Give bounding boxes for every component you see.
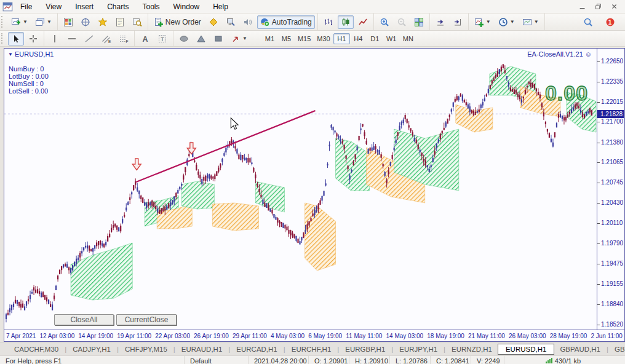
tab-eurjpy-h1[interactable]: EURJPY,H1 — [394, 344, 443, 354]
zoom-in-button[interactable] — [376, 15, 392, 29]
tab-cadchf-m30[interactable]: CADCHF,M30 — [9, 344, 64, 354]
timeframe-h1[interactable]: H1 — [333, 33, 350, 44]
timeframe-m5[interactable]: M5 — [278, 33, 295, 44]
templates-button[interactable]: ▼ — [519, 15, 542, 29]
chart-plot[interactable]: 0.00 ▼EURUSD,H1 EA-CloseAll.V1.21☺ NumBu… — [4, 49, 597, 330]
data-window-button[interactable] — [78, 15, 94, 29]
timeframe-mn[interactable]: MN — [400, 33, 416, 44]
new-chart-button[interactable]: ▼ — [8, 15, 31, 29]
tab-euraud-h1[interactable]: EURAUD,H1 — [176, 344, 228, 354]
chart-tab-bar: CADCHF,M30|CADJPY,H1|CHFJPY,M15|EURAUD,H… — [0, 342, 625, 355]
vps-button[interactable] — [223, 15, 239, 29]
menu-tools[interactable]: Tools — [136, 0, 167, 14]
dropdown-caret-icon[interactable]: ▼ — [47, 20, 52, 25]
price-tick: 1.21065 — [601, 159, 623, 165]
tab-eurchf-h1[interactable]: EURCHF,H1 — [286, 344, 337, 354]
auto-scroll-button[interactable] — [432, 15, 448, 29]
periods-button[interactable]: ▼ — [495, 15, 518, 29]
autotrading-button[interactable]: AutoTrading — [257, 15, 315, 29]
timeframe-d1[interactable]: D1 — [367, 33, 383, 44]
line-chart-button[interactable] — [355, 15, 371, 29]
dropdown-caret-icon[interactable]: ▼ — [534, 20, 539, 25]
triangle-button[interactable] — [193, 32, 209, 46]
ellipse-button[interactable] — [176, 32, 192, 46]
tab-eurgbp-h1[interactable]: EURGBP,H1 — [340, 344, 391, 354]
dropdown-caret-icon[interactable]: ▼ — [23, 20, 28, 25]
app-icon[interactable] — [2, 2, 14, 12]
ea-info-panel: NumBuy : 0LotBuy : 0.00NumSell : 0LotSel… — [9, 65, 49, 95]
menu-charts[interactable]: Charts — [100, 0, 135, 14]
tile-windows-button[interactable] — [411, 15, 427, 29]
new-order-label: New Order — [165, 18, 201, 26]
chart-symbol-label[interactable]: ▼EURUSD,H1 — [8, 50, 54, 58]
profiles-button[interactable]: ▼ — [32, 15, 55, 29]
channel-button[interactable]: E — [98, 32, 114, 46]
timeframe-h4[interactable]: H4 — [350, 33, 367, 44]
dropdown-caret-icon[interactable]: ▼ — [242, 36, 247, 41]
ea-smiley-icon[interactable]: ☺ — [585, 50, 592, 58]
menu-insert[interactable]: Insert — [68, 0, 100, 14]
tab-separator: | — [228, 346, 230, 353]
chart-shift-button[interactable] — [450, 15, 466, 29]
close-all-button[interactable]: CloseAll — [54, 314, 114, 325]
svg-text:A: A — [142, 34, 148, 43]
new-order-button[interactable]: New Order — [151, 15, 204, 29]
market-watch-icon — [63, 17, 73, 27]
indicators-button[interactable]: ▼ — [471, 15, 494, 29]
strategy-tester-button[interactable] — [129, 15, 145, 29]
collapse-marker-icon[interactable]: ▼ — [8, 52, 13, 57]
tab-gbpaud-h1[interactable]: GBPAUD,H1 — [554, 344, 606, 354]
notification-button[interactable]: 1 — [602, 15, 618, 29]
dropdown-caret-icon[interactable]: ▼ — [486, 20, 491, 25]
sound-button[interactable] — [240, 15, 256, 29]
tab-cadjpy-h1[interactable]: CADJPY,H1 — [67, 344, 116, 354]
market-watch-button[interactable] — [60, 15, 76, 29]
menu-window[interactable]: Window — [167, 0, 207, 14]
restore-button[interactable] — [592, 2, 605, 12]
close-button[interactable] — [608, 2, 621, 12]
new-chart-icon — [11, 17, 21, 27]
tab-eurcad-h1[interactable]: EURCAD,H1 — [231, 344, 282, 354]
terminal-button[interactable] — [112, 15, 128, 29]
navigator-button[interactable] — [95, 15, 111, 29]
templates-icon — [522, 17, 532, 27]
timeframe-m30[interactable]: M30 — [314, 33, 333, 44]
zoom-out-button[interactable] — [394, 15, 410, 29]
horizontal-line-button[interactable] — [64, 32, 80, 46]
text-button[interactable]: A — [137, 32, 153, 46]
time-tick: 18 May 19:00 — [427, 333, 464, 339]
toolbar-grip[interactable] — [1, 33, 4, 44]
tab-eurnzd-h1[interactable]: EURNZD,H1 — [446, 344, 498, 354]
minimize-button[interactable] — [576, 2, 589, 12]
current-close-button[interactable]: CurrentClose — [116, 314, 177, 325]
autotrading-icon — [260, 17, 270, 27]
sell-arrow-objects[interactable] — [132, 143, 196, 170]
candle-chart-icon — [341, 17, 351, 27]
search-button[interactable] — [580, 15, 596, 29]
timeframe-m15[interactable]: M15 — [295, 33, 314, 44]
candle-chart-button[interactable] — [338, 15, 354, 29]
fibonacci-button[interactable]: F — [116, 32, 132, 46]
tab-eurusd-h1[interactable]: EURUSD,H1 — [498, 344, 554, 355]
trendline-button[interactable] — [81, 32, 97, 46]
menu-help[interactable]: Help — [206, 0, 235, 14]
toolbar-grip[interactable] — [1, 16, 4, 28]
dropdown-caret-icon[interactable]: ▼ — [510, 20, 515, 25]
rectangle-button[interactable] — [210, 32, 226, 46]
time-axis[interactable]: 7 Apr 202112 Apr 03:0014 Apr 19:0019 Apr… — [4, 330, 624, 341]
trend-line-object[interactable] — [136, 111, 315, 182]
price-axis[interactable]: 1.226501.223351.220151.217001.213801.210… — [597, 49, 624, 330]
bar-chart-button[interactable] — [320, 15, 336, 29]
tab-chfjpy-m15[interactable]: CHFJPY,M15 — [119, 344, 173, 354]
menu-view[interactable]: View — [39, 0, 68, 14]
vertical-line-button[interactable] — [47, 32, 63, 46]
cursor-button[interactable] — [8, 32, 24, 46]
crosshair-button[interactable] — [25, 32, 41, 46]
metaeditor-button[interactable] — [205, 15, 221, 29]
timeframe-w1[interactable]: W1 — [383, 33, 400, 44]
text-label-button[interactable]: T — [154, 32, 170, 46]
tab-gbp[interactable]: GBP — [609, 344, 625, 354]
menu-file[interactable]: File — [14, 0, 39, 14]
timeframe-m1[interactable]: M1 — [261, 33, 278, 44]
arrows-button[interactable]: ▼ — [228, 32, 250, 46]
